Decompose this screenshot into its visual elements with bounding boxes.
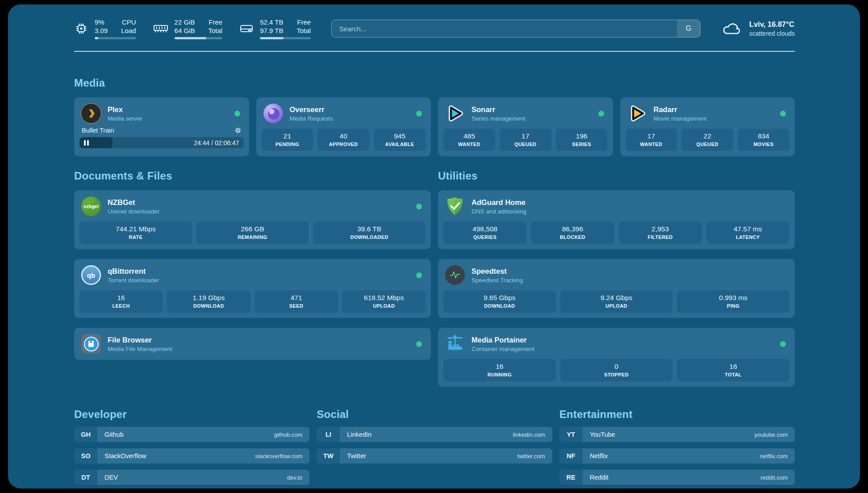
bookmark-url: github.com [274, 431, 303, 438]
bookmark-abbr: SO [74, 448, 97, 464]
disk-total-value: 97.9 TB [260, 26, 283, 35]
service-desc: Media server [108, 115, 142, 122]
service-desc: Media File Management [108, 346, 172, 352]
search-input[interactable] [332, 20, 677, 37]
stat-running: 16 RUNNING [443, 359, 556, 381]
service-desc: Torrent downloader [108, 277, 159, 284]
service-card-filebrowser[interactable]: File Browser Media File Management [74, 328, 431, 360]
memory-total-value: 64 GiB [175, 26, 195, 35]
service-card-portainer[interactable]: Media Portainer Container management 16 … [438, 328, 795, 387]
stat-download: 9.65 Gbps DOWNLOAD [443, 290, 556, 313]
service-card-qbittorrent[interactable]: qb qBittorrent Torrent downloader 16 LEE… [74, 259, 431, 318]
service-desc: Usenet downloader [108, 208, 159, 215]
bookmark-linkedin[interactable]: LI LinkedIn linkedin.com [317, 427, 552, 442]
bookmark-name: Github [104, 431, 124, 438]
cpu-progress-bar [95, 37, 136, 39]
status-dot [416, 204, 422, 209]
stat-available: 945 AVAILABLE [374, 129, 426, 151]
memory-progress-bar [175, 37, 223, 39]
qbittorrent-icon: qb [81, 265, 101, 285]
bookmark-twitter[interactable]: TW Twitter twitter.com [317, 448, 552, 464]
stat-seed: 471 SEED [255, 290, 338, 313]
stat-leech: 16 LEECH [79, 290, 163, 313]
weather-condition: scattered clouds [749, 30, 795, 37]
disk-icon [239, 23, 254, 34]
stat-rate: 744.21 Mbps RATE [79, 221, 192, 244]
bookmark-url: linkedin.com [513, 431, 545, 438]
bookmark-url: twitter.com [517, 453, 545, 460]
section-title-developer: Developer [74, 408, 309, 421]
weather-widget: Lviv, 16.87°C scattered clouds [721, 20, 795, 37]
bookmark-reddit[interactable]: RE Reddit reddit.com [559, 470, 795, 485]
service-card-speedtest[interactable]: Speedtest Speedtest Tracking 9.65 Gbps D… [438, 259, 795, 318]
bookmark-name: YouTube [590, 431, 615, 438]
section-title-media: Media [74, 77, 795, 89]
cpu-usage-label: CPU [121, 18, 136, 26]
bookmark-abbr: YT [559, 427, 583, 442]
bookmark-netflix[interactable]: NF Netflix netflix.com [559, 448, 795, 464]
weather-location-temp: Lviv, 16.87°C [749, 20, 795, 29]
cpu-stat-widget: 9% CPU 3.09 Load [74, 18, 136, 39]
service-desc: Series management [472, 115, 526, 122]
service-name: NZBGet [108, 198, 159, 207]
bookmark-stackoverflow[interactable]: SO StackOverflow stackoverflow.com [74, 448, 309, 464]
cpu-icon [74, 21, 88, 36]
stat-queued: 17 QUEUED [500, 129, 551, 151]
bookmark-name: DEV [104, 474, 118, 481]
sonarr-icon [445, 103, 465, 124]
service-name: Media Portainer [472, 336, 534, 344]
service-name: Sonarr [472, 105, 526, 114]
bookmark-name: LinkedIn [347, 431, 371, 438]
memory-free-value: 22 GiB [175, 18, 195, 26]
disk-total-label: Total [296, 26, 311, 35]
playback-progress-bar: 24:44 / 02:06:47 [79, 137, 244, 148]
dashboard: 9% CPU 3.09 Load [8, 4, 860, 489]
status-dot [416, 341, 422, 347]
bookmark-name: StackOverflow [104, 452, 146, 460]
adguard-icon [445, 196, 465, 217]
bookmark-abbr: GH [74, 427, 97, 442]
search-provider-button[interactable]: G [677, 20, 700, 37]
playback-time: 24:44 / 02:06:47 [194, 139, 239, 146]
cloud-icon [721, 21, 743, 37]
stat-movies: 834 MOVIES [738, 129, 789, 151]
bookmark-github[interactable]: GH Github github.com [74, 427, 309, 442]
status-dot [416, 272, 422, 278]
radarr-icon [627, 103, 647, 124]
status-dot [780, 341, 786, 347]
plex-now-playing: Bullet Train 24:44 / 02:06:47 [79, 126, 244, 148]
bookmark-url: dev.to [287, 474, 302, 481]
stat-queries: 498,508 QUERIES [443, 221, 526, 244]
bookmark-name: Reddit [590, 474, 609, 481]
service-desc: Container management [472, 346, 534, 352]
portainer-icon [445, 334, 465, 354]
bookmark-youtube[interactable]: YT YouTube youtube.com [559, 427, 795, 442]
service-card-plex[interactable]: Plex Media server Bullet Train [74, 97, 249, 156]
cpu-load-value: 3.09 [95, 26, 108, 35]
memory-stat-widget: 22 GiB Free 64 GiB Total [153, 18, 223, 39]
nzbget-icon: nzbget [81, 196, 101, 217]
service-card-sonarr[interactable]: Sonarr Series management 485 WANTED 17 Q… [438, 97, 613, 156]
stat-blocked: 86,396 BLOCKED [531, 221, 614, 244]
service-name: File Browser [108, 336, 172, 344]
stat-series: 196 SERIES [556, 129, 608, 151]
top-bar: 9% CPU 3.09 Load [74, 16, 795, 41]
bookmark-url: reddit.com [760, 474, 788, 481]
status-dot [416, 111, 422, 117]
service-name: qBittorrent [108, 267, 159, 276]
service-card-overseerr[interactable]: Overseerr Media Requests 21 PENDING 40 A… [256, 97, 431, 156]
gear-icon[interactable] [234, 127, 242, 134]
service-desc: Media Requests [290, 115, 334, 122]
bookmark-abbr: DT [74, 470, 97, 485]
disk-stat-widget: 52.4 TB Free 97.9 TB Total [239, 18, 311, 39]
bookmark-url: stackoverflow.com [255, 453, 302, 460]
stat-wanted: 485 WANTED [443, 129, 495, 151]
disk-free-value: 52.4 TB [260, 18, 283, 26]
overseerr-icon [263, 103, 284, 124]
stat-downloaded: 39.6 TB DOWNLOADED [313, 221, 426, 244]
service-name: AdGuard Home [472, 198, 526, 207]
service-card-radarr[interactable]: Radarr Movie management 17 WANTED 22 QUE… [620, 97, 795, 156]
service-card-nzbget[interactable]: nzbget NZBGet Usenet downloader 744.21 M… [74, 190, 431, 249]
service-card-adguard[interactable]: AdGuard Home DNS and adblocking 498,508 … [438, 190, 795, 249]
bookmark-dev[interactable]: DT DEV dev.to [74, 470, 309, 485]
